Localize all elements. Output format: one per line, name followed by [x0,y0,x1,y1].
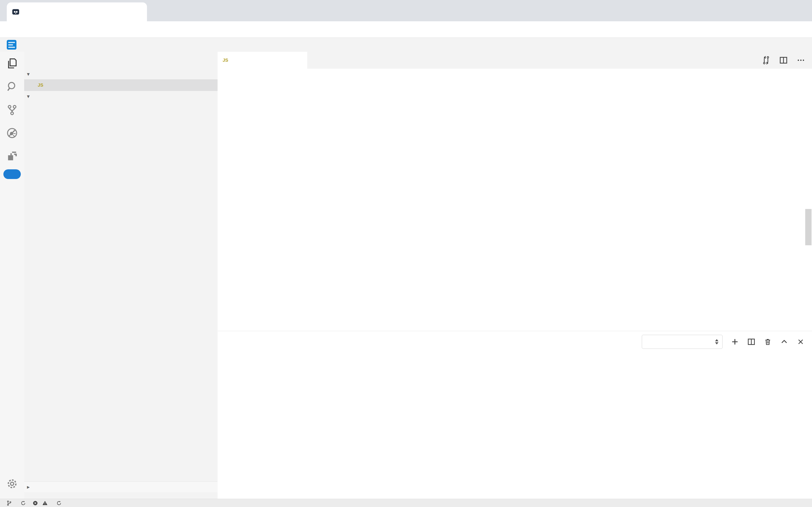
explorer-icon[interactable] [0,52,24,75]
explorer-title [24,52,217,69]
settings-gear-icon[interactable] [0,472,24,495]
editor-tab[interactable]: JS [218,52,307,69]
split-editor-icon[interactable] [779,56,788,65]
editor-tab-bar: JS [218,52,812,69]
terminal[interactable] [227,355,810,497]
browser-tab-strip [0,0,812,21]
split-terminal-icon[interactable] [747,338,755,346]
extensions-icon[interactable] [0,145,24,168]
warning-icon [42,500,48,506]
outline-header[interactable]: ▸ [24,482,217,492]
browser-tab[interactable] [7,2,147,21]
terminal-picker[interactable] [642,335,723,349]
js-file-icon: JS [223,58,231,63]
vscode-logo-icon [7,40,16,50]
chevron-down-icon: ▾ [27,71,34,77]
sync-button[interactable] [20,500,26,506]
maximize-panel-icon[interactable] [780,338,788,346]
workspace-header[interactable]: ▾ [24,91,217,102]
file-tree [24,102,217,482]
search-icon[interactable] [0,75,24,98]
source-control-icon[interactable] [0,98,24,121]
kill-terminal-icon[interactable] [764,338,772,346]
status-bar [0,499,812,507]
language-status[interactable] [56,500,64,506]
open-editor-item[interactable]: JS [24,79,217,91]
open-changes-icon[interactable] [762,56,770,65]
editor-scrollbar[interactable] [805,209,812,245]
browser-toolbar [0,21,812,38]
minimap[interactable] [740,69,805,271]
menubar [0,38,812,52]
js-file-icon: JS [38,82,47,88]
editor-group: JS [218,52,812,499]
workbench: ▾ JS ▾ ▸ JS [0,52,812,499]
activity-bar [0,52,24,499]
sync-icon [20,500,26,506]
open-editors-header[interactable]: ▾ [24,69,217,79]
debug-disabled-icon[interactable] [0,121,24,145]
branch-indicator[interactable] [6,500,14,506]
chevron-down-icon: ▾ [27,93,34,99]
chevron-right-icon: ▸ [27,484,34,490]
select-arrows-icon [715,339,719,344]
error-icon [33,500,38,506]
status-badge[interactable] [3,169,21,179]
close-panel-icon[interactable] [797,338,805,346]
new-terminal-icon[interactable] [731,338,739,346]
panel-tab-bar [218,331,812,352]
bottom-panel [218,331,812,499]
coder-logo-icon [12,8,20,16]
loading-icon [56,500,62,506]
sidebar-explorer: ▾ JS ▾ ▸ [24,52,217,499]
code-editor[interactable] [218,69,740,331]
problems-indicator[interactable] [33,500,50,506]
branch-icon [6,500,12,506]
more-actions-icon[interactable] [797,56,805,65]
